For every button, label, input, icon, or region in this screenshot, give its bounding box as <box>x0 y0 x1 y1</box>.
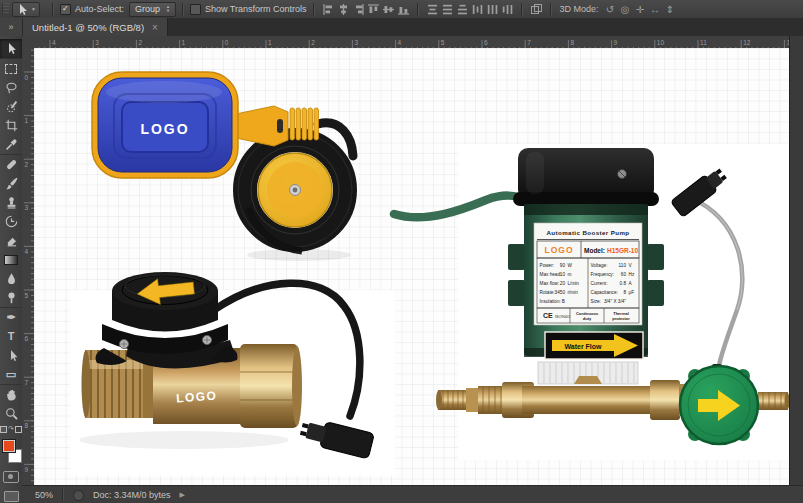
float-switch-image[interactable]: LOGO <box>92 72 353 261</box>
spot-healing-brush-tool[interactable] <box>0 154 22 174</box>
blur-tool[interactable] <box>0 269 22 288</box>
pump-logo: LOGO <box>544 245 573 255</box>
svg-text:3450: 3450 <box>555 290 566 295</box>
svg-text:3/4" X 3/4": 3/4" X 3/4" <box>604 299 626 304</box>
distribute-bottom-edges-button[interactable] <box>455 2 470 16</box>
distribute-right-edges-button[interactable] <box>500 2 515 16</box>
svg-text:9: 9 <box>614 39 618 46</box>
svg-text:1: 1 <box>25 117 29 124</box>
doc-size-info[interactable]: Doc: 3.34M/0 bytes <box>93 490 171 500</box>
show-transform-checkbox[interactable]: Show Transform Controls <box>190 4 307 15</box>
auto-align-layers-button[interactable] <box>529 2 544 16</box>
screen-mode-button[interactable] <box>4 491 19 502</box>
svg-text:4: 4 <box>25 248 29 255</box>
move-tool[interactable] <box>0 39 22 58</box>
foreground-color-swatch[interactable] <box>2 439 16 453</box>
svg-text:0: 0 <box>25 74 29 81</box>
svg-text:Frequency:: Frequency: <box>591 272 614 277</box>
show-transform-label: Show Transform Controls <box>205 4 307 14</box>
clone-stamp-tool[interactable] <box>0 193 22 212</box>
model-label: Model: <box>584 247 605 254</box>
3d-scale-icon[interactable]: ⇕ <box>663 4 678 15</box>
status-icon <box>73 490 84 501</box>
type-tool[interactable]: T <box>0 327 22 346</box>
gradient-tool[interactable] <box>0 250 22 269</box>
zoom-tool[interactable] <box>0 404 22 423</box>
svg-text:2: 2 <box>25 161 29 168</box>
align-horizontal-centers-button[interactable] <box>336 2 351 16</box>
status-bar: 50% Doc: 3.34M/0 bytes ▶ <box>22 485 803 503</box>
rectangle-tool[interactable]: ▭ <box>0 365 22 384</box>
artwork: LOGO <box>34 48 789 485</box>
quick-selection-tool[interactable] <box>0 97 22 116</box>
rectangular-marquee-tool[interactable] <box>0 58 22 78</box>
flow-switch-logo: LOGO <box>176 389 218 406</box>
hand-tool[interactable] <box>0 384 22 404</box>
tab-close-icon[interactable]: × <box>152 22 158 33</box>
document-tab-title: Untitled-1 @ 50% (RGB/8) <box>32 22 144 33</box>
distribute-left-edges-button[interactable] <box>470 2 485 16</box>
dodge-tool[interactable] <box>0 288 22 307</box>
ce-mark: CE <box>543 312 553 319</box>
svg-text:W: W <box>568 263 573 268</box>
brush-tool[interactable] <box>0 174 22 193</box>
zoom-level-field[interactable]: 50% <box>35 490 53 500</box>
align-right-edges-button[interactable] <box>351 2 366 16</box>
dodge-icon <box>5 291 18 304</box>
svg-text:0: 0 <box>225 39 229 46</box>
align-left-edges-button[interactable] <box>321 2 336 16</box>
separator <box>62 489 64 501</box>
distribute-top-edges-button[interactable] <box>425 2 440 16</box>
separator <box>417 3 419 16</box>
svg-text:Insulation:: Insulation: <box>540 299 561 304</box>
align-top-edges-button[interactable] <box>366 2 381 16</box>
crop-tool[interactable] <box>0 116 22 135</box>
tool-list: ✒T▭ <box>0 36 22 423</box>
3d-rotate-icon[interactable]: ↺ <box>603 4 618 15</box>
pen-tool[interactable]: ✒ <box>0 307 22 327</box>
document-tab[interactable]: Untitled-1 @ 50% (RGB/8) × <box>23 18 168 36</box>
separator <box>182 3 184 16</box>
svg-text:7: 7 <box>25 379 29 386</box>
3d-drag-icon[interactable]: ✛ <box>633 4 648 15</box>
distribute-vertical-centers-button[interactable] <box>440 2 455 16</box>
svg-text:1: 1 <box>182 39 186 46</box>
path-selection-tool[interactable] <box>0 346 22 365</box>
auto-select-scope-dropdown[interactable]: Group ▲▼ <box>129 2 176 17</box>
quick-mask-button[interactable] <box>3 471 19 483</box>
lasso-icon <box>5 81 18 94</box>
svg-text:protector: protector <box>612 316 630 321</box>
svg-text:4: 4 <box>52 39 56 46</box>
align-vertical-centers-button[interactable] <box>381 2 396 16</box>
separator <box>521 3 523 16</box>
checkbox-icon: ✓ <box>60 4 71 15</box>
status-menu-arrow-icon[interactable]: ▶ <box>180 491 185 499</box>
svg-text:4: 4 <box>398 39 402 46</box>
hand-icon <box>5 388 18 401</box>
canvas[interactable]: LOGO <box>34 48 789 485</box>
eyedropper-tool[interactable] <box>0 135 22 154</box>
svg-text:6: 6 <box>484 39 488 46</box>
align-bottom-edges-button[interactable] <box>396 2 411 16</box>
svg-text:90: 90 <box>560 263 566 268</box>
svg-text:0.8: 0.8 <box>619 281 626 286</box>
panel-collapse-button[interactable]: » <box>0 18 23 36</box>
eraser-tool[interactable] <box>0 231 22 250</box>
3d-slide-icon[interactable]: ↔ <box>648 4 663 15</box>
pasteboard <box>789 36 803 485</box>
svg-text:m: m <box>568 272 572 277</box>
auto-select-checkbox[interactable]: ✓ Auto-Select: <box>60 4 124 15</box>
pump-label: Automatic Booster Pump LOGO Model: H15GR… <box>534 223 642 325</box>
svg-text:3: 3 <box>25 204 29 211</box>
history-brush-tool[interactable] <box>0 212 22 231</box>
move-tool-preset-button[interactable]: ▼ <box>12 2 40 17</box>
distribute-horizontal-centers-button[interactable] <box>485 2 500 16</box>
svg-text:B: B <box>562 299 565 304</box>
pump-title: Automatic Booster Pump <box>546 229 629 236</box>
3d-roll-icon[interactable]: ◎ <box>618 4 633 15</box>
svg-text:Thermal: Thermal <box>613 311 629 316</box>
lasso-tool[interactable] <box>0 78 22 97</box>
eraser-icon <box>5 234 18 247</box>
svg-text:r/min: r/min <box>568 290 579 295</box>
swap-colors-icon[interactable]: ↷ <box>0 423 22 435</box>
